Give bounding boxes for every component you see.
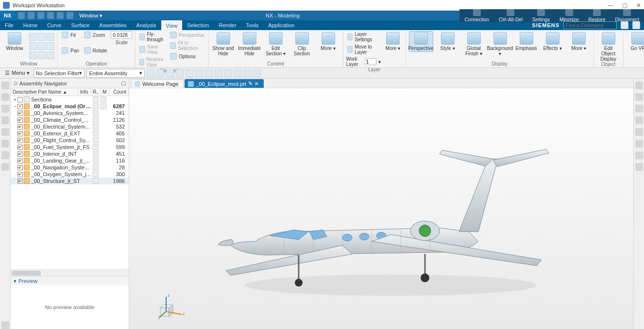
os-close-button[interactable]: ✕: [636, 2, 641, 9]
sel-tool-6-icon[interactable]: [195, 69, 203, 77]
fit-button[interactable]: Fit: [61, 31, 80, 39]
resource-hd3d-icon[interactable]: [1, 128, 9, 136]
r-tool-5-icon[interactable]: [635, 128, 643, 136]
zoom-button[interactable]: Zoom: [83, 31, 108, 39]
nav-pin-icon[interactable]: ◇: [14, 80, 17, 86]
display-more-button[interactable]: More ▾: [567, 31, 591, 51]
fly-through-button[interactable]: Fly-through: [138, 31, 166, 43]
qat-paste-icon[interactable]: [67, 12, 73, 19]
preview-collapse-icon[interactable]: ▾: [14, 278, 17, 284]
qat-cut-icon[interactable]: [47, 12, 54, 19]
layout-4-icon[interactable]: [29, 42, 37, 50]
sel-tool-10-icon[interactable]: [234, 69, 242, 77]
resource-roles-icon[interactable]: [1, 163, 9, 171]
sel-tool-3-icon[interactable]: [166, 69, 174, 77]
view-triad[interactable]: z x y: [158, 290, 187, 319]
nav-h-scrollbar[interactable]: [11, 269, 129, 276]
immediate-hide-button[interactable]: Immediate Hide: [238, 31, 261, 56]
pan-button[interactable]: Pan: [61, 47, 80, 54]
layout-3-icon[interactable]: [47, 33, 54, 41]
tab-analysis[interactable]: Analysis: [132, 20, 161, 30]
rotate-button[interactable]: Rotate: [83, 47, 108, 54]
tree-item-row[interactable]: +✔_00_Fuel_System_jt_FS599: [11, 144, 129, 150]
go-vr-button[interactable]: Go VR: [627, 31, 644, 51]
layout-7-icon[interactable]: [29, 51, 37, 59]
ws-settings-button[interactable]: Settings: [527, 9, 555, 22]
os-maximize-button[interactable]: ▢: [622, 2, 627, 9]
content-more-button[interactable]: More ▾: [317, 31, 340, 51]
background-button[interactable]: Background ▾: [489, 31, 512, 56]
tree-item-row[interactable]: +✔_00_Flight_Control_Sy...502: [11, 137, 129, 144]
resource-history-icon[interactable]: [1, 151, 9, 159]
tree-item-row[interactable]: +✔_00_Electrical_System...532: [11, 123, 129, 130]
show-hide-button[interactable]: Show and Hide: [212, 31, 235, 56]
qat-undo-icon[interactable]: [28, 12, 34, 19]
tab-surface[interactable]: Surface: [66, 20, 94, 30]
r-tool-2-icon[interactable]: [635, 93, 643, 101]
tab-selection[interactable]: Selection: [182, 20, 214, 30]
ribbon-help-icon[interactable]: [621, 21, 628, 29]
qat-redo-icon[interactable]: [37, 12, 44, 19]
r-tool-3-icon[interactable]: [635, 105, 643, 113]
nav-options-button[interactable]: Options: [169, 52, 205, 60]
tree-item-row[interactable]: +✔_00_Oxygen_System_j...300: [11, 171, 129, 178]
tab-close-icon[interactable]: ✕: [254, 81, 258, 86]
sel-tool-7-icon[interactable]: [205, 69, 213, 77]
r-tool-1-icon[interactable]: [635, 82, 643, 89]
window-menu[interactable]: Window ▾: [79, 13, 102, 19]
resource-constraint-icon[interactable]: [1, 105, 9, 113]
assembly-tree[interactable]: + Sections −✔ _00_Eclipse_mod (Order... …: [11, 96, 129, 269]
style-button[interactable]: Style ▾: [436, 31, 459, 51]
emphasis-button[interactable]: Emphasis: [515, 31, 538, 51]
resource-reuse-icon[interactable]: [1, 116, 9, 124]
layout-2-icon[interactable]: [38, 33, 46, 41]
edit-object-display-button[interactable]: Edit Object Display: [597, 31, 620, 62]
ws-minimize-button[interactable]: Minimize: [555, 9, 583, 22]
window-button[interactable]: Window: [3, 31, 26, 51]
tree-item-row[interactable]: +✔_00_Landing_Gear_jt_...116: [11, 157, 129, 164]
tab-tools[interactable]: Tools: [241, 20, 264, 30]
edit-section-button[interactable]: Edit Section ▾: [264, 31, 288, 56]
work-layer-dropdown-icon[interactable]: ▾: [378, 59, 381, 65]
r-tool-6-icon[interactable]: [635, 140, 643, 148]
sel-tool-11-icon[interactable]: [244, 69, 252, 77]
clip-section-button[interactable]: Clip Section: [290, 31, 314, 56]
resource-browser-icon[interactable]: [1, 140, 9, 148]
nav-column-header[interactable]: Descriptive Part Name ▲ Info R.. M Count: [11, 88, 129, 96]
os-minimize-button[interactable]: —: [608, 2, 613, 9]
layout-8-icon[interactable]: [38, 51, 46, 59]
tab-welcome-page[interactable]: Welcome Page: [131, 79, 184, 88]
layout-9-icon[interactable]: [47, 51, 54, 59]
resource-settings-icon[interactable]: [1, 321, 9, 329]
tree-item-row[interactable]: +✔_00_Interior_jt_INT451: [11, 150, 129, 157]
tab-file[interactable]: File: [0, 20, 18, 30]
move-to-layer-button[interactable]: Move to Layer: [346, 44, 381, 55]
perspective-button[interactable]: Perspective: [409, 31, 433, 52]
scale-input[interactable]: 0.0328: [111, 31, 132, 39]
tab-active-part[interactable]: _00_Eclipse_mod.prt ✎ ✕: [185, 79, 263, 88]
command-search-input[interactable]: [563, 21, 617, 29]
tab-curve[interactable]: Curve: [42, 20, 66, 30]
ribbon-collapse-icon[interactable]: [632, 21, 640, 29]
sel-tool-12-icon[interactable]: [254, 69, 261, 77]
3d-viewport[interactable]: z x y: [129, 88, 633, 329]
r-tool-7-icon[interactable]: [635, 151, 643, 159]
tree-root-row[interactable]: −✔ _00_Eclipse_mod (Order... 6287: [11, 103, 129, 110]
qat-save-icon[interactable]: [18, 12, 25, 19]
tree-sections-row[interactable]: + Sections: [11, 96, 129, 103]
selection-filter-dropdown[interactable]: No Selection Filter▾: [34, 69, 85, 78]
r-tool-4-icon[interactable]: [635, 116, 643, 124]
sel-tool-8-icon[interactable]: [215, 69, 222, 77]
tree-item-row[interactable]: +✔_00_Structure_jt_ST1986: [11, 178, 129, 184]
r-tool-8-icon[interactable]: [635, 163, 643, 171]
layout-5-icon[interactable]: [38, 42, 46, 50]
layer-more-button[interactable]: More ▾: [384, 31, 403, 51]
tab-view[interactable]: View: [161, 20, 183, 30]
ws-restore-button[interactable]: Restore: [584, 9, 610, 22]
selection-scope-dropdown[interactable]: Entire Assembly▾: [86, 69, 145, 78]
menu-button[interactable]: ☰Menu ▾: [3, 70, 32, 76]
tab-render[interactable]: Render: [214, 20, 241, 30]
tab-application[interactable]: Application: [263, 20, 299, 30]
tree-item-row[interactable]: +✔_00_Exterior_jt_EXT405: [11, 130, 129, 137]
tab-home[interactable]: Home: [18, 20, 42, 30]
